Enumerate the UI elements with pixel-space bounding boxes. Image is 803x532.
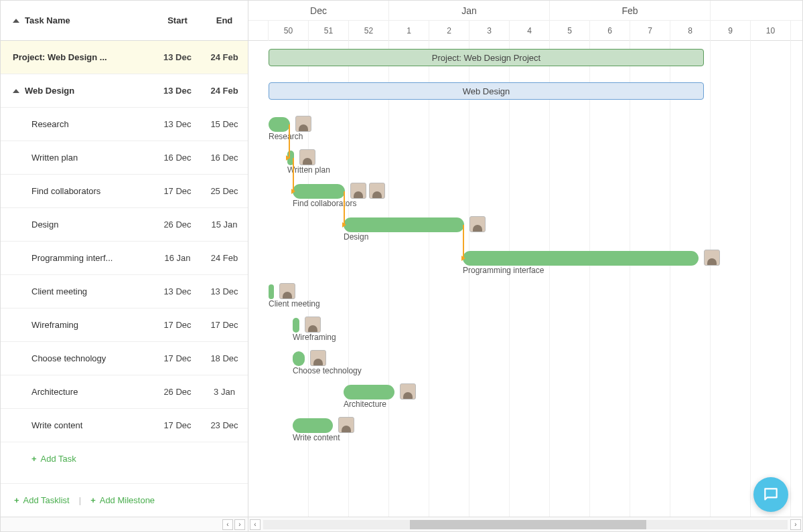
assignee-avatar[interactable] [279, 283, 295, 299]
col-start[interactable]: Start [154, 15, 201, 25]
gantt-row: Architecture [248, 375, 802, 409]
assignee-avatar[interactable] [299, 149, 315, 165]
task-bar-label: Write content [293, 433, 340, 442]
week-header: 50 [269, 21, 309, 41]
task-end: 3 Jan [201, 387, 248, 397]
task-bar[interactable] [293, 418, 333, 433]
scroll-right-button[interactable]: › [234, 519, 245, 530]
group-start: 13 Dec [154, 86, 201, 96]
task-row[interactable]: Design 26 Dec 15 Jan [1, 208, 248, 242]
project-summary-bar[interactable]: Project: Web Design Project [269, 49, 704, 66]
task-name: Client meeting [31, 286, 87, 296]
group-row[interactable]: Web Design 13 Dec 24 Feb [1, 74, 248, 108]
week-header: 10 [751, 21, 791, 41]
task-row[interactable]: Write content 17 Dec 23 Dec [1, 409, 248, 442]
assignee-avatar[interactable] [469, 216, 486, 232]
task-bar[interactable] [293, 184, 345, 199]
task-start: 17 Dec [154, 420, 201, 430]
project-row[interactable]: Project: Web Design ... 13 Dec 24 Feb [1, 41, 248, 74]
week-header: 1 [389, 21, 429, 41]
task-start: 16 Dec [154, 153, 201, 163]
task-bar[interactable] [293, 351, 305, 366]
task-start: 13 Dec [154, 119, 201, 129]
add-milestone-button[interactable]: +Add Milestone [90, 495, 155, 505]
task-rows: Project: Web Design ... 13 Dec 24 Feb We… [1, 41, 248, 483]
assignee-avatar[interactable] [400, 383, 416, 400]
assignee-avatar[interactable] [350, 183, 366, 199]
task-row[interactable]: Architecture 26 Dec 3 Jan [1, 375, 248, 409]
scroll-left-button[interactable]: ‹ [222, 519, 233, 530]
week-header: 8 [670, 21, 711, 41]
add-task-button[interactable]: + Add Task [1, 442, 248, 474]
task-list-header: Task Name Start End [1, 1, 248, 41]
dependency-arrow-icon [461, 256, 465, 261]
assignee-avatar[interactable] [295, 116, 311, 132]
gantt-row: Wireframing [248, 308, 802, 342]
task-end: 25 Dec [201, 186, 248, 196]
add-task-label: Add Task [41, 454, 76, 464]
task-bar-label: Wireframing [293, 333, 336, 342]
dependency-line [293, 158, 294, 191]
task-row[interactable]: Written plan 16 Dec 16 Dec [1, 141, 248, 175]
scroll-track[interactable] [263, 520, 788, 529]
task-bar[interactable] [269, 284, 274, 299]
task-name: Architecture [31, 387, 78, 397]
assignee-avatar[interactable] [369, 183, 385, 199]
week-header: 3 [469, 21, 510, 41]
assignee-avatar[interactable] [704, 250, 720, 266]
dependency-arrow-icon [291, 189, 295, 194]
bottom-actions: +Add Tasklist | +Add Milestone [1, 483, 248, 517]
task-bar[interactable] [269, 117, 290, 132]
scroll-left-button[interactable]: ‹ [250, 519, 261, 530]
task-name: Wireframing [31, 320, 78, 330]
timeline-header: DecJanFeb 50515212345678910 [248, 1, 802, 41]
task-bar[interactable] [344, 217, 464, 232]
add-tasklist-button[interactable]: +Add Tasklist [14, 495, 70, 505]
gantt-row: Client meeting [248, 275, 802, 308]
task-row[interactable]: Choose technology 17 Dec 18 Dec [1, 342, 248, 375]
task-end: 13 Dec [201, 286, 248, 296]
scroll-thumb[interactable] [410, 520, 646, 529]
task-start: 26 Dec [154, 387, 201, 397]
week-header: 6 [590, 21, 630, 41]
week-header: 52 [349, 21, 389, 41]
group-summary-bar[interactable]: Web Design [269, 82, 704, 100]
task-row[interactable]: Client meeting 13 Dec 13 Dec [1, 275, 248, 308]
task-bar[interactable] [293, 318, 299, 333]
group-caret-icon[interactable] [13, 89, 19, 93]
month-header: Feb [550, 1, 711, 20]
task-row[interactable]: Wireframing 17 Dec 17 Dec [1, 308, 248, 342]
task-bar-label: Research [269, 132, 303, 141]
task-row[interactable]: Programming interf... 16 Jan 24 Feb [1, 242, 248, 275]
task-bar-label: Find collaborators [293, 199, 356, 208]
divider: | [79, 495, 81, 505]
task-bar-label: Choose technology [293, 366, 362, 375]
task-start: 17 Dec [154, 353, 201, 363]
dependency-line [289, 124, 290, 158]
col-end[interactable]: End [201, 15, 248, 25]
task-end: 15 Dec [201, 119, 248, 129]
assignee-avatar[interactable] [338, 417, 354, 433]
task-name: Research [31, 119, 69, 129]
gantt-body[interactable]: Project: Web Design ProjectWeb DesignRes… [248, 41, 802, 517]
assignee-avatar[interactable] [310, 350, 326, 366]
task-bar-label: Architecture [344, 400, 386, 409]
task-row[interactable]: Research 13 Dec 15 Dec [1, 108, 248, 141]
chat-button[interactable] [753, 477, 788, 512]
dependency-arrow-icon [342, 222, 346, 228]
scroll-right-button[interactable]: › [790, 519, 801, 530]
month-header: Jan [389, 1, 550, 20]
col-task-name[interactable]: Task Name [25, 15, 70, 25]
gantt-row: Find collaborators [248, 175, 802, 208]
assignee-avatar[interactable] [305, 317, 321, 333]
task-bar-label: Programming interface [463, 266, 544, 275]
task-bar[interactable] [344, 385, 394, 400]
plus-icon: + [31, 454, 37, 464]
task-row[interactable]: Find collaborators 17 Dec 25 Dec [1, 175, 248, 208]
collapse-all-icon[interactable] [13, 19, 19, 23]
month-header: Dec [248, 1, 389, 20]
group-end: 24 Feb [201, 86, 248, 96]
chat-icon [762, 486, 780, 503]
task-bar[interactable] [463, 251, 699, 266]
dependency-line [463, 225, 464, 258]
